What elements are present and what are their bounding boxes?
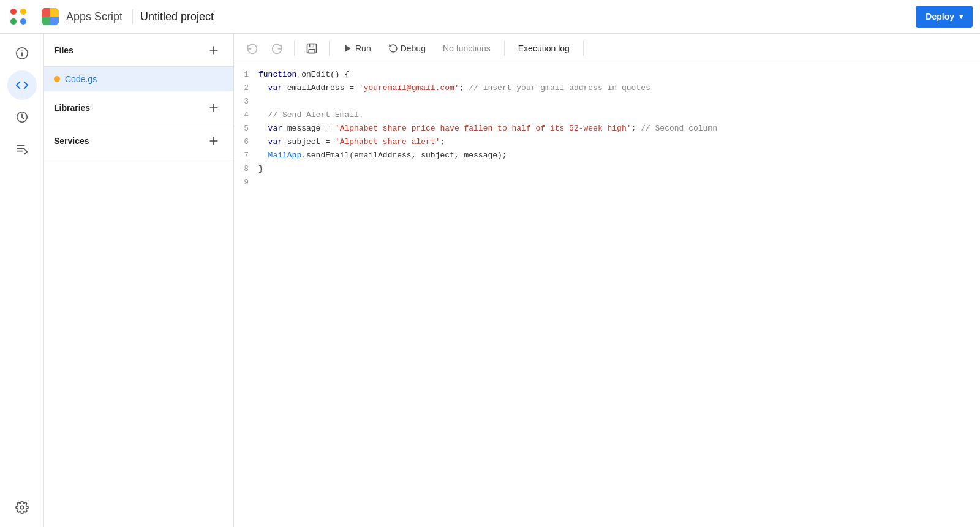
code-line-6: 6 var subject = 'Alphabet share alert'; [234, 135, 980, 149]
header-divider [132, 9, 133, 24]
debug-label: Debug [401, 44, 426, 53]
libraries-section: Libraries [44, 91, 233, 124]
svg-point-2 [20, 9, 26, 15]
info-icon [15, 47, 29, 60]
plus-icon [208, 102, 220, 114]
code-line-2: 2 var emailAddress = 'youremail@gmail.co… [234, 82, 980, 95]
run-button[interactable]: Run [336, 40, 379, 57]
save-icon [306, 42, 318, 55]
files-section: Files [44, 34, 233, 67]
clock-icon [15, 110, 29, 124]
toolbar-separator-3 [504, 41, 505, 56]
deploy-button[interactable]: Deploy ▾ [916, 6, 973, 28]
undo-icon [246, 42, 258, 55]
code-line-7: 7 MailApp.sendEmail(emailAddress, subjec… [234, 149, 980, 162]
code-line-4: 4 // Send Alert Email. [234, 108, 980, 122]
apps-script-logo-icon [7, 6, 29, 28]
run-label: Run [355, 44, 371, 53]
executions-button[interactable] [7, 134, 37, 164]
undo-button[interactable] [241, 37, 263, 59]
file-dot-icon [54, 76, 60, 82]
info-button[interactable] [7, 39, 37, 68]
deploy-label: Deploy [925, 12, 954, 21]
settings-button[interactable] [7, 493, 37, 522]
plus-icon [208, 135, 220, 147]
debug-icon [388, 44, 398, 53]
code-editor[interactable]: 1 function onEdit() { 2 var emailAddress… [234, 63, 980, 527]
add-library-button[interactable] [204, 98, 224, 118]
file-name: Code.gs [65, 74, 97, 84]
code-line-9: 9 [234, 176, 980, 189]
svg-rect-23 [309, 49, 315, 53]
code-icon [15, 78, 29, 92]
executions-icon [15, 142, 29, 156]
services-section: Services [44, 124, 233, 157]
debug-button[interactable]: Debug [381, 40, 433, 57]
plus-icon [208, 44, 220, 56]
code-editor-button[interactable] [7, 70, 37, 100]
files-label: Files [54, 45, 74, 55]
run-icon [343, 44, 353, 53]
code-line-5: 5 var message = 'Alphabet share price ha… [234, 122, 980, 135]
editor-container: Run Debug No functions Execution log 1 f… [234, 34, 980, 527]
libraries-label: Libraries [54, 103, 90, 113]
svg-point-1 [10, 9, 17, 15]
project-name[interactable]: Untitled project [140, 10, 214, 23]
toolbar-separator-4 [583, 41, 584, 56]
add-file-button[interactable] [204, 40, 224, 60]
redo-button[interactable] [266, 37, 288, 59]
execution-log-button[interactable]: Execution log [511, 40, 577, 57]
deploy-arrow-icon: ▾ [959, 12, 963, 21]
svg-marker-24 [345, 45, 350, 52]
toolbar-separator-1 [294, 41, 295, 56]
settings-icon [15, 501, 29, 514]
svg-point-9 [21, 50, 23, 51]
code-line-8: 8 } [234, 162, 980, 176]
add-service-button[interactable] [204, 131, 224, 151]
code-line-3: 3 [234, 95, 980, 108]
app-name: Apps Script [66, 10, 123, 23]
save-button[interactable] [301, 37, 323, 59]
logo [7, 6, 29, 28]
main-layout: Files Code.gs Libraries Services [0, 34, 980, 527]
sidebar: Files Code.gs Libraries Services [44, 34, 234, 527]
file-item-code-gs[interactable]: Code.gs [44, 67, 233, 91]
toolbar-separator-2 [329, 41, 330, 56]
redo-icon [271, 42, 283, 55]
google-apps-script-icon [39, 6, 61, 28]
icon-bar [0, 34, 44, 527]
code-line-1: 1 function onEdit() { [234, 68, 980, 82]
header: Apps Script Untitled project Deploy ▾ [0, 0, 980, 34]
triggers-button[interactable] [7, 102, 37, 132]
no-functions-label[interactable]: No functions [435, 44, 498, 53]
svg-point-14 [20, 506, 24, 509]
services-label: Services [54, 136, 89, 146]
toolbar: Run Debug No functions Execution log [234, 34, 980, 63]
